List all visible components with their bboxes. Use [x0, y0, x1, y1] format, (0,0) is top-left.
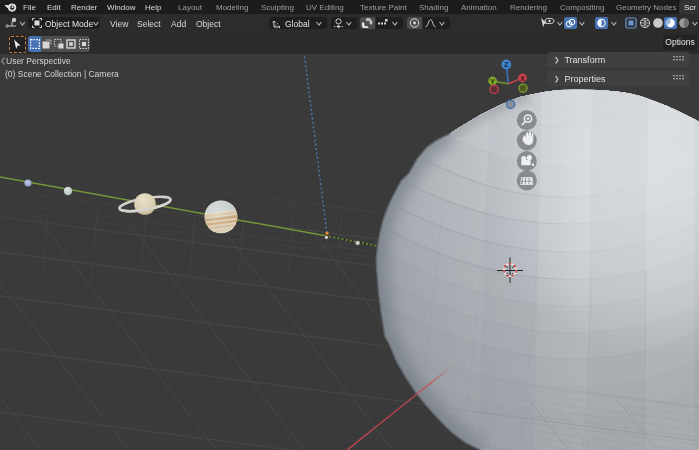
svg-text:X: X: [520, 75, 525, 82]
svg-text:Y: Y: [490, 78, 495, 85]
svg-text:Z: Z: [504, 60, 509, 69]
